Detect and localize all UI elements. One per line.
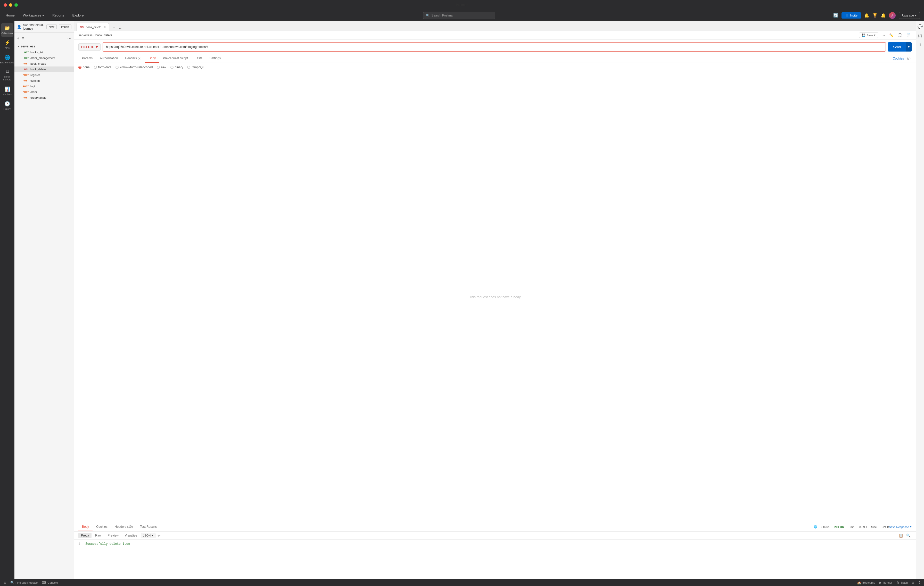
resp-tab-test-results[interactable]: Test Results — [136, 523, 160, 531]
filter-btn[interactable]: ≡ — [21, 36, 25, 41]
endpoint-register[interactable]: POST register — [15, 72, 74, 78]
notification-icon[interactable]: 🔔 — [881, 13, 886, 18]
tab-tests[interactable]: Tests — [191, 54, 206, 63]
edit-icon[interactable]: ✏️ — [888, 33, 894, 38]
sidebar-item-environments[interactable]: 🌐 Environments — [1, 53, 13, 66]
console-btn[interactable]: ⌨ Console — [42, 581, 58, 584]
comment-icon[interactable]: 💬 — [897, 33, 903, 38]
tab-params[interactable]: Params — [78, 54, 96, 63]
body-option-binary[interactable]: binary — [170, 66, 183, 69]
heart-icon[interactable]: 🏆 — [873, 13, 878, 18]
json-select[interactable]: JSON ▾ — [141, 533, 155, 538]
sync-icon[interactable]: 🔄 — [833, 13, 838, 18]
sidebar-header: 👤 aws-first-cloud-journey New Import — [15, 21, 74, 33]
nav-home[interactable]: Home — [4, 12, 16, 18]
statusbar: ⊞ 🔍 Find and Replace ⌨ Console 🏫 Bootcam… — [0, 579, 924, 586]
endpoint-order-handle[interactable]: POST order/handle — [15, 95, 74, 100]
invite-button[interactable]: 👤 Invite — [842, 12, 861, 18]
import-button[interactable]: Import — [59, 24, 71, 30]
nav-reports[interactable]: Reports — [51, 12, 66, 18]
collection-serverless[interactable]: ▾ serverless — [15, 43, 74, 49]
body-option-urlencoded[interactable]: x-www-form-urlencoded — [116, 66, 153, 69]
format-pretty[interactable]: Pretty — [78, 533, 92, 538]
help-btn[interactable]: ? — [919, 581, 921, 584]
code-snippet-icon[interactable]: ⟨/⟩ — [917, 32, 923, 39]
save-response-button[interactable]: Save Response ▾ — [889, 525, 912, 528]
layout-btn[interactable]: ⊞ — [912, 581, 914, 584]
body-option-graphql[interactable]: GraphQL — [187, 66, 204, 69]
new-button[interactable]: New — [46, 24, 57, 30]
close-tab-icon[interactable]: × — [104, 25, 106, 29]
new-tab-button[interactable]: + — [111, 24, 117, 31]
code-icon[interactable]: ⟨/⟩ — [906, 56, 912, 61]
sidebar-actions: New Import — [46, 24, 71, 30]
format-preview[interactable]: Preview — [105, 533, 121, 538]
endpoint-book-delete[interactable]: DEL book_delete — [15, 66, 74, 72]
tab-settings[interactable]: Settings — [206, 54, 224, 63]
wrap-icon[interactable]: ⇌ — [157, 533, 162, 538]
bootcamp-btn[interactable]: 🏫 Bootcamp — [857, 581, 875, 584]
endpoint-order-management[interactable]: GET order_management — [15, 55, 74, 61]
format-visualize[interactable]: Visualize — [122, 533, 140, 538]
close-button[interactable] — [3, 3, 7, 7]
avatar[interactable]: A — [889, 12, 896, 19]
radio-form-data — [94, 66, 97, 69]
sidebar-item-history[interactable]: 🕐 History — [1, 99, 13, 113]
resp-tab-headers[interactable]: Headers (10) — [111, 523, 136, 531]
sidebar-item-monitors[interactable]: 📊 Monitors — [1, 84, 13, 98]
resp-tab-cookies[interactable]: Cookies — [92, 523, 111, 531]
send-button[interactable]: Send — [888, 42, 906, 51]
more-tabs-icon[interactable]: ⋯ — [118, 26, 124, 31]
url-input[interactable] — [102, 42, 886, 51]
nav-left: Home Workspaces ▾ Reports Explore — [4, 12, 85, 18]
endpoint-book-create[interactable]: POST book_create — [15, 61, 74, 66]
body-option-form-data[interactable]: form-data — [94, 66, 111, 69]
monitors-icon: 📊 — [4, 86, 10, 92]
chevron-down-icon: ▾ — [18, 45, 19, 48]
sidebar-item-mock-servers[interactable]: 🖥 Mock Servers — [1, 67, 13, 83]
response-status: 🌐 Status: 200 OK Time: 8.89 s Size: 524 … — [813, 525, 889, 528]
trash-btn[interactable]: 🗑 Trash — [896, 581, 908, 584]
body-option-none[interactable]: none — [78, 66, 90, 69]
sidebar-item-apis[interactable]: ⚡ APIs — [1, 38, 13, 51]
minimize-button[interactable] — [9, 3, 12, 7]
send-dropdown-icon[interactable]: ▾ — [906, 42, 912, 51]
tab-authorization[interactable]: Authorization — [96, 54, 121, 63]
cookies-link[interactable]: Cookies — [893, 57, 904, 60]
format-raw[interactable]: Raw — [92, 533, 104, 538]
resp-tab-body[interactable]: Body — [78, 523, 92, 531]
tab-pre-request-script[interactable]: Pre-request Script — [159, 54, 191, 63]
save-button[interactable]: 💾 Send Save ▾ — [859, 33, 878, 38]
add-collection-btn[interactable]: + — [16, 36, 20, 41]
bell-icon[interactable]: 🔔 — [864, 13, 870, 18]
panel-toggle[interactable]: ⊞ — [3, 581, 6, 584]
endpoint-order[interactable]: POST order — [15, 89, 74, 95]
more-btn[interactable]: ⋯ — [67, 35, 72, 41]
maximize-button[interactable] — [15, 3, 18, 7]
info-panel-icon[interactable]: ℹ — [918, 41, 922, 48]
endpoint-confirm[interactable]: POST confirm — [15, 78, 74, 84]
tab-headers[interactable]: Headers (7) — [121, 54, 145, 63]
nav-workspaces[interactable]: Workspaces ▾ — [21, 12, 46, 18]
tab-body[interactable]: Body — [145, 54, 159, 63]
copy-icon[interactable]: 📋 — [898, 533, 904, 538]
endpoint-login[interactable]: POST login — [15, 84, 74, 89]
more-options-icon[interactable]: ⋯ — [880, 33, 886, 38]
sidebar-item-collections[interactable]: 📁 Collections — [1, 23, 13, 37]
search-response-icon[interactable]: 🔍 — [905, 533, 912, 538]
search-bar[interactable]: 🔍 Search Postman — [423, 12, 495, 19]
body-option-raw[interactable]: raw — [157, 66, 166, 69]
info-icon[interactable]: 📄 — [905, 33, 912, 38]
upgrade-button[interactable]: Upgrade ▾ — [899, 12, 920, 19]
runner-btn[interactable]: ▶ Runner — [879, 581, 892, 584]
radio-binary — [170, 66, 173, 69]
endpoint-books-list[interactable]: GET books_list — [15, 49, 74, 55]
breadcrumb-collection[interactable]: serverless — [78, 33, 92, 37]
tab-book-delete[interactable]: DEL book_delete × — [76, 23, 109, 31]
nav-explore[interactable]: Explore — [71, 12, 85, 18]
chat-icon[interactable]: 💬 — [917, 23, 924, 30]
method-select[interactable]: DELETE ▾ — [78, 43, 101, 51]
response-header: Body Cookies Headers (10) Test Results 🌐… — [74, 522, 916, 532]
response-time: 8.89 s — [859, 525, 867, 528]
find-replace-btn[interactable]: 🔍 Find and Replace — [10, 581, 38, 584]
